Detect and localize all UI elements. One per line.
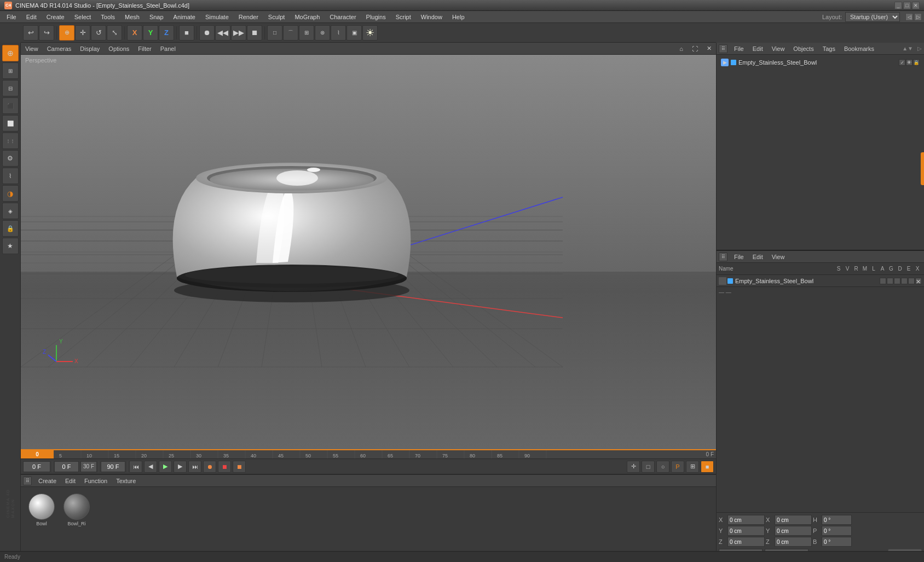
z-axis-button[interactable]: Z [159,25,174,41]
obj-menu-objects[interactable]: Objects [791,45,816,52]
obj-menu-edit[interactable]: Edit [750,45,765,52]
obj-menu-bookmarks[interactable]: Bookmarks [842,45,876,52]
obj-menu-view[interactable]: View [770,45,787,52]
attr-check1[interactable] [880,278,886,284]
obj-tool-button[interactable]: ■ [179,25,194,41]
play-reverse-button[interactable]: ◀ [144,461,157,473]
close-button[interactable]: ✕ [912,2,920,9]
h-input[interactable] [822,515,852,525]
tl-mode-2[interactable]: □ [642,461,655,473]
menu-help[interactable]: Help [448,13,469,21]
mat-menu-function[interactable]: Function [82,478,109,484]
mat-menu-edit[interactable]: Edit [63,478,78,484]
uv-tool[interactable]: ◈ [2,203,19,219]
obj-menu-tags[interactable]: Tags [821,45,838,52]
vp-menu-panel[interactable]: Panel [158,45,178,52]
menu-create[interactable]: Create [42,13,69,21]
move-button[interactable]: ✛ [75,25,90,41]
attrs-menu-view[interactable]: View [770,254,787,260]
right-panel-expand[interactable]: ▷ [914,13,922,21]
objects-handle[interactable]: ⠿ [719,44,727,53]
object-mode-tool[interactable]: ⬜ [2,115,19,131]
vp-ctrl-1[interactable]: ⌂ [677,45,685,52]
menu-mograph[interactable]: MoGraph [290,13,324,21]
undo-button[interactable]: ↩ [23,25,38,41]
menu-simulate[interactable]: Simulate [201,13,233,21]
object-row-bowl[interactable]: ▶ Empty_Stainless_Steel_Bowl ✓ 👁 🔒 [719,57,922,68]
maximize-button[interactable]: □ [903,2,911,9]
scale-button[interactable]: ⤡ [107,25,122,41]
bend-tool[interactable]: ⌇ [2,168,19,184]
polygons-mode-tool[interactable]: ⬛ [2,98,19,114]
play-button[interactable]: ▶ [159,461,172,473]
menu-render[interactable]: Render [234,13,263,21]
vp-menu-filter[interactable]: Filter [136,45,153,52]
tl-mode-3[interactable]: ○ [656,461,669,473]
obj-prop-vis[interactable]: 👁 [906,59,913,66]
lock-tool[interactable]: 🔒 [2,220,19,237]
vp-menu-display[interactable]: Display [78,45,102,52]
current-frame-input[interactable] [23,461,50,472]
mat-menu-texture[interactable]: Texture [114,478,138,484]
camera-button[interactable]: ▣ [347,25,362,41]
vp-menu-view[interactable]: View [23,45,41,52]
menu-tools[interactable]: Tools [96,13,119,21]
y-pos-input[interactable] [727,526,765,536]
b-input[interactable] [822,537,852,547]
menu-plugins[interactable]: Plugins [362,13,390,21]
texture-mode-tool[interactable]: ⋮⋮ [2,133,19,149]
auto-key-button[interactable]: ⏹ [233,461,246,473]
sculpt-tool[interactable]: ◑ [2,185,19,202]
attr-check2[interactable] [887,278,893,284]
p-input[interactable] [822,526,852,536]
attr-object-row[interactable]: Empty_Stainless_Steel_Bowl ✕ [717,275,924,287]
rotate-button[interactable]: ↺ [91,25,106,41]
timeline-ruler-marks[interactable]: 5 10 15 20 25 30 35 40 45 50 55 60 [54,450,716,458]
x-axis-button[interactable]: X [127,25,142,41]
right-panel-btn[interactable]: ◁ [905,13,913,21]
workhorse-tool[interactable]: ⚙ [2,150,19,167]
layout-select[interactable]: Startup (User) [845,12,900,22]
vp-menu-cameras[interactable]: Cameras [45,45,74,52]
x-pos-input[interactable] [727,515,765,525]
material-handle[interactable]: ⠿ [23,477,32,485]
live-select-button[interactable]: ⊕ [59,25,74,41]
obj-prop-check[interactable]: ✓ [899,59,905,66]
obj-panel-collapse[interactable]: ▷ [917,45,922,51]
menu-window[interactable]: Window [417,13,447,21]
tl-mode-4[interactable]: P [671,461,684,473]
frame-prev-button[interactable]: ◀◀ [215,25,230,41]
deformer-button[interactable]: ⌇ [331,25,346,41]
attrs-handle[interactable]: ⠿ [719,253,727,261]
vp-ctrl-2[interactable]: ⛶ [690,45,700,52]
play-forward-button[interactable]: ▶ [174,461,187,473]
tl-mode-5[interactable]: ⊞ [686,461,699,473]
vp-menu-options[interactable]: Options [106,45,131,52]
spline-button[interactable]: ⌒ [283,25,298,41]
attr-check3[interactable] [894,278,900,284]
menu-mesh[interactable]: Mesh [120,13,144,21]
frame-range-input[interactable] [54,461,79,472]
menu-script[interactable]: Script [391,13,415,21]
obj-prop-lock[interactable]: 🔒 [913,59,920,66]
menu-edit[interactable]: Edit [22,13,41,21]
light-button[interactable]: ☀ [362,25,378,41]
material-bowl-rim[interactable]: Bowl_Ri [60,491,93,530]
record-anim-button[interactable]: ⏺ [199,25,215,41]
end-frame-input[interactable] [101,461,125,472]
points-mode-tool[interactable]: ⊞ [2,62,19,79]
attr-check5[interactable] [908,278,915,284]
z-rot-input[interactable] [775,537,812,547]
menu-snap[interactable]: Snap [145,13,168,21]
attr-del-btn[interactable]: ✕ [915,278,922,284]
y-axis-button[interactable]: Y [143,25,158,41]
obj-menu-file[interactable]: File [732,45,746,52]
x-rot-input[interactable] [775,515,812,525]
viewport-3d[interactable]: Y X Z [21,55,716,449]
go-end-button[interactable]: ⏭ [188,461,201,473]
live-select-tool[interactable]: ⊕ [2,45,19,61]
star-tool[interactable]: ★ [2,238,19,254]
attrs-menu-file[interactable]: File [732,254,746,260]
y-rot-input[interactable] [775,526,812,536]
menu-character[interactable]: Character [325,13,360,21]
